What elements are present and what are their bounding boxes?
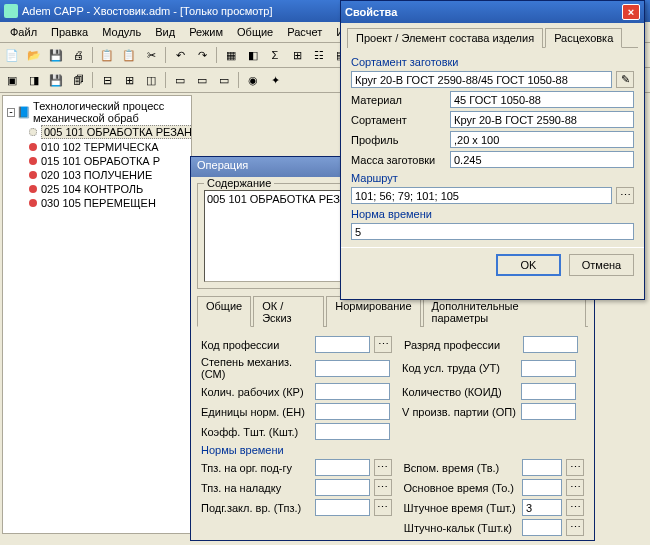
lbl-kod-usl: Код усл. труда (УТ) — [402, 362, 517, 374]
lbl-shtuch: Штучное время (Тшт.) — [404, 502, 519, 514]
lbl-profil: Профиль — [351, 134, 446, 146]
tb2-c[interactable]: 💾 — [46, 70, 66, 90]
tree-item-4[interactable]: 025 104 КОНТРОЛЬ — [29, 182, 187, 196]
tb-b[interactable]: ◧ — [243, 45, 263, 65]
inp-norma[interactable] — [351, 223, 634, 240]
tree-root[interactable]: - 📘 Технологический процесс механической… — [7, 100, 187, 124]
lbl-podg: Подг.закл. вр. (Тпз.) — [201, 502, 311, 514]
tb-redo[interactable]: ↷ — [192, 45, 212, 65]
menu-general[interactable]: Общие — [231, 24, 279, 40]
lbl-material: Материал — [351, 94, 446, 106]
tb-save[interactable]: 💾 — [46, 45, 66, 65]
inp-kolich-koid[interactable] — [521, 383, 576, 400]
sect-norma: Норма времени — [351, 208, 634, 220]
inp-koef-tsht[interactable] — [315, 423, 390, 440]
btn-podg[interactable]: ⋯ — [374, 499, 392, 516]
status-dot-icon — [29, 185, 37, 193]
menu-file[interactable]: Файл — [4, 24, 43, 40]
inp-v-partii[interactable] — [521, 403, 576, 420]
tb-c[interactable]: Σ — [265, 45, 285, 65]
inp-step-mech[interactable] — [315, 360, 390, 377]
tab-general[interactable]: Общие — [197, 296, 251, 327]
tab-project[interactable]: Проект / Элемент состава изделия — [347, 28, 543, 48]
lbl-shtkalk: Штучно-кальк (Тшт.к) — [404, 522, 518, 534]
btn-shtkalk[interactable]: ⋯ — [566, 519, 584, 536]
inp-sortament[interactable] — [450, 111, 634, 128]
btn-vspom[interactable]: ⋯ — [566, 459, 584, 476]
menu-view[interactable]: Вид — [149, 24, 181, 40]
tb-d[interactable]: ⊞ — [287, 45, 307, 65]
tab-ok-sketch[interactable]: ОК / Эскиз — [253, 296, 324, 327]
btn-edit-icon[interactable]: ✎ — [616, 71, 634, 88]
inp-tpz-nal[interactable] — [315, 479, 370, 496]
tb-undo[interactable]: ↶ — [170, 45, 190, 65]
collapse-icon[interactable]: - — [7, 108, 15, 117]
app-icon — [4, 4, 18, 18]
tb-print[interactable]: 🖨 — [68, 45, 88, 65]
tb2-e[interactable]: ⊟ — [97, 70, 117, 90]
inp-material[interactable] — [450, 91, 634, 108]
tb-cut[interactable]: ✂ — [141, 45, 161, 65]
tb-a[interactable]: ▦ — [221, 45, 241, 65]
tb2-b[interactable]: ◨ — [24, 70, 44, 90]
tb2-l[interactable]: ✦ — [265, 70, 285, 90]
btn-shtuch[interactable]: ⋯ — [566, 499, 584, 516]
inp-main-sortament[interactable] — [351, 71, 612, 88]
btn-kod-prof[interactable]: ⋯ — [374, 336, 392, 353]
inp-vspom[interactable] — [522, 459, 562, 476]
tb-open[interactable]: 📂 — [24, 45, 44, 65]
btn-tpz-org[interactable]: ⋯ — [374, 459, 392, 476]
menu-module[interactable]: Модуль — [96, 24, 147, 40]
tab-extra[interactable]: Дополнительные параметры — [423, 296, 586, 327]
btn-tpz-nal[interactable]: ⋯ — [374, 479, 392, 496]
inp-route[interactable] — [351, 187, 612, 204]
inp-massa[interactable] — [450, 151, 634, 168]
sect-normy: Нормы времени — [201, 444, 584, 456]
inp-tpz-org[interactable] — [315, 459, 370, 476]
status-dot-icon — [29, 199, 37, 207]
tree-item-5[interactable]: 030 105 ПЕРЕМЕЩЕН — [29, 196, 187, 210]
tb-paste[interactable]: 📋 — [119, 45, 139, 65]
inp-shtuch[interactable] — [522, 499, 562, 516]
inp-ed-norm[interactable] — [315, 403, 390, 420]
tb2-a[interactable]: ▣ — [2, 70, 22, 90]
tb2-g[interactable]: ◫ — [141, 70, 161, 90]
inp-profil[interactable] — [450, 131, 634, 148]
properties-title-text: Свойства — [345, 6, 397, 18]
tree-item-2[interactable]: 015 101 ОБРАБОТКА Р — [29, 154, 187, 168]
tb2-f[interactable]: ⊞ — [119, 70, 139, 90]
tb2-k[interactable]: ◉ — [243, 70, 263, 90]
tb2-h[interactable]: ▭ — [170, 70, 190, 90]
tree-item-3[interactable]: 020 103 ПОЛУЧЕНИЕ — [29, 168, 187, 182]
tab-rasc[interactable]: Расцеховка — [545, 28, 622, 48]
tb-copy[interactable]: 📋 — [97, 45, 117, 65]
inp-osnov[interactable] — [522, 479, 562, 496]
tab-norming[interactable]: Нормирование — [326, 296, 420, 327]
ok-button[interactable]: OK — [496, 254, 561, 276]
menu-calc[interactable]: Расчет — [281, 24, 328, 40]
lbl-v-partii: V произв. партии (ОП) — [402, 406, 517, 418]
inp-razryad[interactable] — [523, 336, 578, 353]
btn-osnov[interactable]: ⋯ — [566, 479, 584, 496]
content-group-label: Содержание — [204, 177, 274, 189]
cancel-button[interactable]: Отмена — [569, 254, 634, 276]
properties-titlebar: Свойства × — [341, 1, 644, 23]
tb-e[interactable]: ☷ — [309, 45, 329, 65]
btn-route-icon[interactable]: ⋯ — [616, 187, 634, 204]
menu-edit[interactable]: Правка — [45, 24, 94, 40]
status-dot-icon — [29, 143, 37, 151]
lbl-osnov: Основное время (То.) — [404, 482, 519, 494]
menu-mode[interactable]: Режим — [183, 24, 229, 40]
tree-item-1[interactable]: 010 102 ТЕРМИЧЕСКА — [29, 140, 187, 154]
inp-kolich-rab[interactable] — [315, 383, 390, 400]
close-button[interactable]: × — [622, 4, 640, 20]
inp-kod-prof[interactable] — [315, 336, 370, 353]
inp-kod-usl[interactable] — [521, 360, 576, 377]
inp-podg[interactable] — [315, 499, 370, 516]
tb2-i[interactable]: ▭ — [192, 70, 212, 90]
tb-new[interactable]: 📄 — [2, 45, 22, 65]
tree-item-0[interactable]: 005 101 ОБРАБОТКА РЕЗАНИЕМ — [29, 124, 187, 140]
tb2-j[interactable]: ▭ — [214, 70, 234, 90]
inp-shtkalk[interactable] — [522, 519, 562, 536]
tb2-d[interactable]: 🗐 — [68, 70, 88, 90]
